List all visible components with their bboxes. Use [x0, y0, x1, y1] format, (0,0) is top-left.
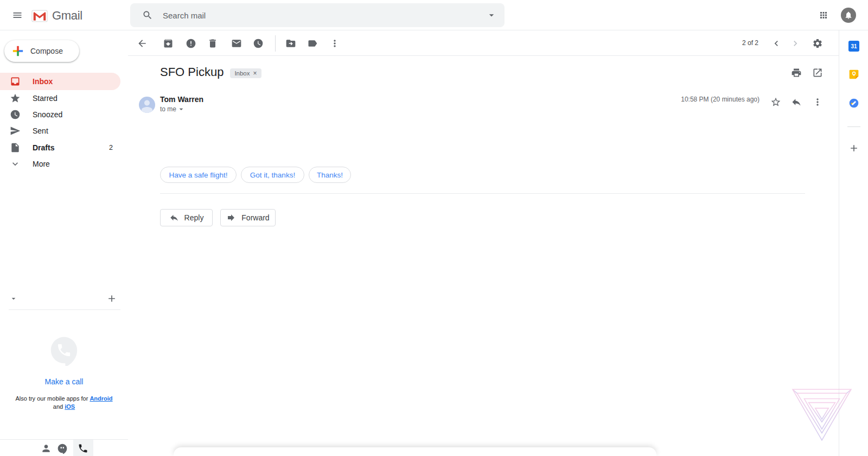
sidebar-item-label: Snoozed [33, 110, 62, 119]
sidebar-item-drafts[interactable]: Drafts 2 [0, 139, 128, 156]
sidebar-divider [9, 309, 120, 310]
sidebar-item-inbox[interactable]: Inbox [0, 73, 120, 90]
bottom-panel-shadow [174, 447, 656, 456]
snooze-clock-icon[interactable] [247, 33, 269, 54]
reply-icon [169, 213, 179, 223]
sidebar: Compose Inbox Starred Snoozed Sent Draft… [0, 30, 128, 456]
star-icon [10, 93, 21, 104]
search-options-dropdown-icon[interactable] [486, 10, 497, 21]
recipient-details-toggle[interactable]: to me [160, 105, 186, 113]
sidebar-item-snoozed[interactable]: Snoozed [0, 106, 128, 123]
sender-name: Tom Warren [160, 95, 203, 104]
hamburger-menu-icon[interactable] [7, 4, 28, 26]
sidebar-item-label: Inbox [33, 77, 53, 86]
header: Gmail [0, 0, 868, 30]
make-a-call-link[interactable]: Make a call [0, 377, 128, 386]
sidebar-item-label: Drafts [33, 143, 54, 152]
google-apps-grid-icon[interactable] [813, 4, 834, 26]
calendar-icon[interactable]: 31 [848, 41, 859, 52]
sidebar-item-label: Sent [33, 126, 48, 135]
move-to-folder-icon[interactable] [280, 33, 302, 54]
draft-file-icon [10, 142, 21, 153]
toolbar-divider [275, 35, 276, 52]
search-input[interactable] [163, 11, 486, 20]
sender-avatar [139, 97, 155, 113]
inbox-label-chip[interactable]: Inbox × [230, 68, 261, 78]
pagination-label: 2 of 2 [742, 30, 758, 56]
phone-call-tab-icon[interactable] [72, 438, 94, 456]
smart-reply-button[interactable]: Got it, thanks! [241, 167, 304, 183]
compose-plus-icon [4, 45, 24, 57]
smart-reply-row: Have a safe flight! Got it, thanks! Than… [160, 167, 351, 183]
reply-button[interactable]: Reply [160, 209, 213, 226]
star-outline-icon[interactable] [765, 91, 787, 113]
new-conversation-plus-icon[interactable] [101, 288, 123, 309]
hangouts-call-icon [48, 334, 80, 366]
side-panel-rail: 31 [839, 30, 868, 456]
gmail-app: Gmail [0, 0, 868, 456]
sidebar-item-more[interactable]: More [0, 155, 128, 173]
side-panel-divider [847, 126, 860, 127]
smart-reply-button[interactable]: Thanks! [309, 167, 351, 183]
label-tag-icon[interactable] [302, 33, 323, 54]
message-more-options-icon[interactable] [807, 91, 828, 113]
calendar-date-label: 31 [851, 43, 857, 49]
add-addon-plus-icon[interactable] [843, 137, 865, 159]
forward-icon [226, 213, 236, 223]
compose-button[interactable]: Compose [4, 40, 79, 62]
sidebar-item-starred[interactable]: Starred [0, 90, 128, 107]
forward-button[interactable]: Forward [220, 209, 276, 226]
email-timestamp: 10:58 PM (20 minutes ago) [681, 95, 760, 104]
mobile-apps-promo-text: Also try our mobile apps for Android and… [10, 395, 118, 411]
promo-and: and [53, 403, 63, 410]
message-footer-divider [160, 193, 805, 194]
report-spam-icon[interactable] [180, 33, 202, 54]
compose-label: Compose [30, 47, 63, 55]
sidebar-item-sent[interactable]: Sent [0, 122, 128, 140]
notification-bell-icon [844, 11, 853, 20]
settings-gear-icon[interactable] [807, 33, 828, 54]
chevron-down-icon [10, 159, 21, 169]
email-subject: SFO Pickup [160, 64, 224, 80]
email-view: 2 of 2 SFO Pickup Inbox × Tom Warren to … [128, 30, 839, 456]
gmail-envelope-icon [31, 10, 48, 22]
archive-icon[interactable] [157, 33, 179, 54]
subject-row: SFO Pickup Inbox × [160, 64, 261, 80]
reply-label: Reply [184, 213, 204, 222]
smart-reply-button[interactable]: Have a safe flight! [160, 167, 237, 183]
older-chevron-right-icon[interactable] [784, 33, 806, 54]
android-link[interactable]: Android [90, 395, 112, 402]
back-arrow-icon[interactable] [131, 33, 153, 54]
clock-icon [10, 109, 21, 120]
recipient-label: to me [160, 105, 176, 113]
gmail-logo[interactable]: Gmail [31, 9, 82, 23]
open-in-new-window-icon[interactable] [807, 62, 828, 84]
account-avatar[interactable] [841, 8, 856, 23]
email-toolbar: 2 of 2 [128, 30, 839, 56]
keep-icon[interactable] [848, 69, 859, 80]
ios-link[interactable]: iOS [65, 403, 75, 410]
inbox-icon [10, 76, 21, 87]
tasks-icon[interactable] [848, 98, 859, 109]
hangouts-dropdown-caret-icon[interactable] [7, 292, 20, 305]
gmail-wordmark: Gmail [52, 9, 82, 23]
promo-prefix: Also try our mobile apps for [15, 395, 88, 402]
reply-arrow-icon[interactable] [786, 91, 807, 113]
newer-chevron-left-icon[interactable] [765, 33, 787, 54]
remove-label-icon[interactable]: × [253, 69, 257, 77]
send-icon [10, 125, 21, 136]
print-icon[interactable] [786, 62, 807, 84]
details-caret-icon [177, 105, 186, 113]
search-icon[interactable] [137, 4, 158, 26]
sidebar-item-label: More [33, 160, 50, 168]
more-options-icon[interactable] [324, 33, 346, 54]
drafts-count-badge: 2 [109, 144, 113, 151]
forward-label: Forward [241, 213, 269, 222]
hangouts-chat-icon[interactable] [52, 438, 73, 456]
inbox-label-chip-text: Inbox [234, 70, 250, 77]
mark-unread-envelope-icon[interactable] [226, 33, 247, 54]
search-bar[interactable] [130, 3, 505, 27]
sidebar-item-label: Starred [33, 94, 58, 103]
delete-trash-icon[interactable] [202, 33, 224, 54]
